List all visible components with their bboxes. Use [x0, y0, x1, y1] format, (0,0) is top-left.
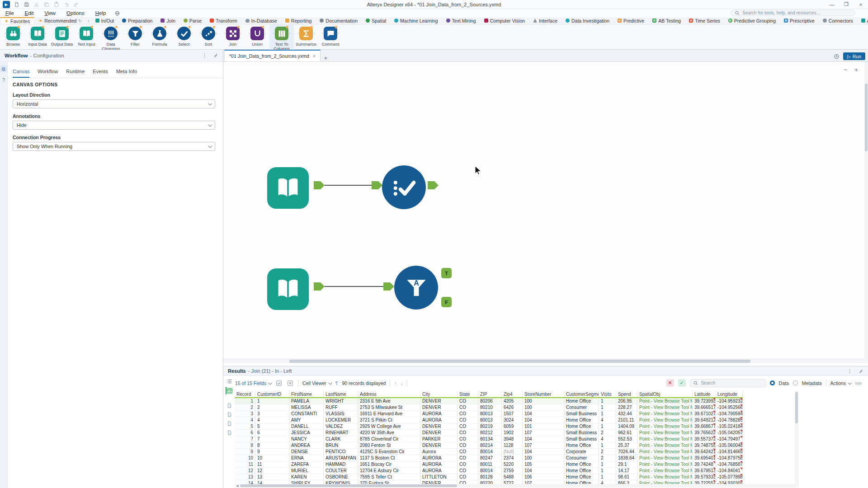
cell-spend[interactable]: 228.27 [616, 404, 637, 411]
output-anchor[interactable] [314, 282, 325, 291]
cell-state[interactable]: CO [458, 423, 478, 430]
cell-spatialobj[interactable]: Point - View Browse Tool Map Tab [637, 461, 693, 468]
cell-firstname[interactable]: MURIEL [289, 468, 324, 474]
category-tab-machine-learning[interactable]: Machine Learning [390, 17, 442, 24]
input-data-tool-node[interactable] [267, 268, 309, 310]
cell-firstname[interactable]: ANDREA [289, 442, 324, 449]
cell-zip[interactable]: 80011 [478, 461, 502, 468]
cell-zip[interactable]: 80128 [478, 474, 502, 480]
category-tab-connectors[interactable]: Connectors [819, 17, 857, 24]
column-header-city[interactable]: City [420, 391, 458, 397]
cell-storenumber[interactable]: 104 [523, 417, 564, 423]
column-header-lastname[interactable]: LastName [324, 391, 358, 397]
cell-city[interactable]: DENVER [420, 398, 458, 404]
table-row[interactable]: 44AMYLOCKEMER3721 S Pitkin CtAURORACO800… [235, 417, 743, 423]
cell-customersegment[interactable]: Home Office [564, 417, 599, 423]
menu-item-edit[interactable]: Edit [19, 9, 39, 17]
cell-customerid[interactable]: 3 [255, 411, 289, 417]
new-tab-button[interactable]: + [321, 55, 330, 61]
tool-filter[interactable]: ››★Filter [123, 24, 147, 47]
false-output-anchor[interactable]: F [441, 297, 452, 307]
column-header-spatialobj[interactable]: SpatialObj [637, 391, 693, 397]
dropdown-layout-direction[interactable]: Horizontal [13, 99, 215, 108]
cell-customerid[interactable]: 5 [255, 423, 289, 430]
cell-firstname[interactable]: PAMELA [289, 398, 324, 404]
zoom-in-button[interactable]: + [853, 66, 860, 73]
table-row[interactable]: 33CONSTANTIVLASSIS16911 E Harvard AveAUR… [235, 411, 743, 417]
cell-customerid[interactable]: 6 [255, 430, 289, 436]
cell-zip[interactable]: 80206 [478, 398, 502, 404]
category-tab-address[interactable]: Address [857, 17, 868, 24]
cell-zip4[interactable]: 5488 [502, 474, 523, 480]
cell-zip4[interactable]: 5220 [502, 461, 523, 468]
cell-lastname[interactable]: ARUSTAMYAN [324, 455, 358, 461]
results-search-box[interactable]: Search [690, 379, 766, 387]
cell-address[interactable]: 12704 E Asbury Cir [358, 468, 420, 474]
cell-zip4[interactable]: [Null] [502, 449, 523, 455]
connection-icon[interactable] [226, 420, 233, 427]
cell-storenumber[interactable]: 105 [523, 461, 564, 468]
cell-record[interactable]: 5 [235, 423, 255, 430]
cell-firstname[interactable]: CONSTANTI [289, 411, 324, 417]
scroll-left-icon[interactable]: ◄ [235, 484, 240, 488]
deselect-fields-icon[interactable] [287, 380, 294, 387]
cell-customersegment[interactable]: Small Business [564, 436, 599, 442]
cell-address[interactable]: 2080 Fenton St [358, 442, 420, 449]
input-data-tool-node[interactable] [267, 167, 309, 209]
column-header-customersegment[interactable]: CustomerSegment [564, 391, 599, 397]
maximize-icon[interactable]: ❐ [839, 0, 854, 9]
column-header-zip4[interactable]: Zip4 [502, 391, 523, 397]
cell-spatialobj[interactable]: Point - View Browse Tool Map Tab [637, 449, 693, 455]
cell-address[interactable]: 4125C S Evanston Cir [358, 449, 420, 455]
cell-longitude[interactable]: -105.060048 [716, 442, 743, 449]
cell-longitude[interactable]: -105.024184 [716, 423, 743, 430]
dropdown-connection-progress[interactable]: Show Only When Running [13, 142, 215, 151]
filter-tool-node[interactable]: A [394, 266, 438, 310]
menu-item-options[interactable]: Options [61, 9, 90, 17]
cell-latitude[interactable]: 39.695401 [693, 455, 716, 461]
cell-zip4[interactable]: 1128 [502, 442, 523, 449]
cell-zip[interactable]: 80219 [478, 423, 502, 430]
cell-storenumber[interactable]: 100 [523, 455, 564, 461]
category-tab-data-investigation[interactable]: Data Investigation [561, 17, 613, 24]
cell-latitude[interactable]: 39.748755 [693, 442, 716, 449]
cell-lastname[interactable]: BRUN [324, 442, 358, 449]
category-tab-spatial[interactable]: Spatial [362, 17, 390, 24]
cell-customersegment[interactable]: Home Office [564, 474, 599, 480]
connection-icon[interactable] [226, 411, 233, 418]
cell-city[interactable]: AURORA [420, 468, 458, 474]
cell-longitude[interactable]: -104.79497 [716, 436, 743, 442]
canvas-horizontal-scrollbar[interactable] [223, 359, 864, 363]
cell-state[interactable]: CO [458, 398, 478, 404]
cell-address[interactable]: 2316 E 5th Ave [358, 398, 420, 404]
cell-storenumber[interactable]: 100 [523, 398, 564, 404]
results-horizontal-scrollbar[interactable]: ◄ [235, 484, 798, 488]
category-tab-recommended[interactable]: ★Recommended↻ [34, 17, 86, 24]
cell-zip[interactable]: 80134 [478, 436, 502, 442]
cell-latitude[interactable]: 39.557372 [693, 436, 716, 442]
category-tab-prescriptive[interactable]: RPrescriptive [780, 17, 819, 24]
cell-zip4[interactable]: 2374 [502, 455, 523, 461]
data-radio[interactable] [770, 380, 775, 385]
category-tab-parse[interactable]: Parse [179, 17, 206, 24]
canvas-surface[interactable]: − + A T F [223, 62, 868, 363]
cell-spend[interactable]: 98.61 [616, 474, 637, 480]
cell-zip[interactable]: 80013 [478, 417, 502, 423]
cell-address[interactable]: 16911 E Harvard Ave [358, 411, 420, 417]
cell-state[interactable]: CO [458, 404, 478, 411]
table-row[interactable]: 55DANELLVALDEZ2925 W College AveDENVERCO… [235, 423, 743, 430]
cell-lastname[interactable]: VALDEZ [324, 423, 358, 430]
minimize-icon[interactable]: — [825, 0, 839, 9]
cell-zip[interactable]: 80210 [478, 404, 502, 411]
tool-summarize[interactable]: ››★Summarize [294, 24, 318, 47]
cell-storenumber[interactable]: 104 [523, 449, 564, 455]
cell-customersegment[interactable]: Home Office [564, 461, 599, 468]
cell-spatialobj[interactable]: Point - View Browse Tool Map Tab [637, 398, 693, 404]
cell-firstname[interactable]: NANCY [289, 436, 324, 442]
profile-view-icon[interactable] [226, 377, 233, 385]
menu-item-view[interactable]: View [39, 9, 61, 17]
cell-latitude[interactable]: 39.765623 [693, 430, 716, 436]
cell-spatialobj[interactable]: Point - View Browse Tool Map Tab [637, 455, 693, 461]
cell-lastname[interactable]: RUFF [324, 404, 358, 411]
cell-customerid[interactable]: 11 [255, 461, 289, 468]
